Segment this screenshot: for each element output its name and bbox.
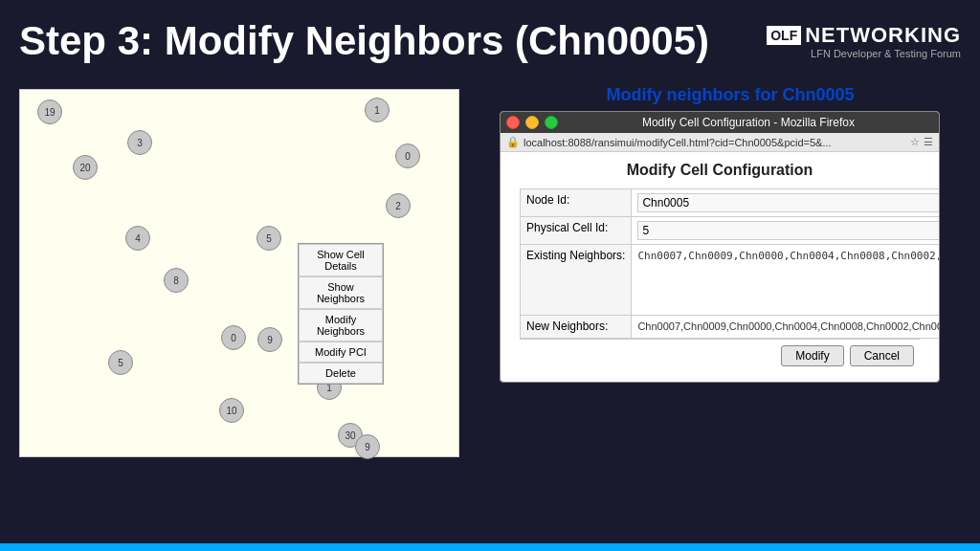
browser-minimize-button[interactable] xyxy=(525,116,539,129)
section-title: Modify neighbors for Chn0005 xyxy=(500,85,961,105)
new-neighbors-before: Chn0007,Chn0009,Chn0000,Chn0004,Chn0008,… xyxy=(637,320,940,332)
modify-button[interactable]: Modify xyxy=(781,345,843,366)
new-neighbors-text[interactable]: Chn0007,Chn0009,Chn0000,Chn0004,Chn0008,… xyxy=(637,320,940,334)
browser-close-button[interactable] xyxy=(506,116,520,129)
new-neighbors-row: New Neighbors: Chn0007,Chn0009,Chn0000,C… xyxy=(521,315,941,338)
main-content: 19 1 3 20 0 2 4 5 8 0 9 5 1 10 30 9 Show… xyxy=(0,81,980,543)
cancel-button[interactable]: Cancel xyxy=(850,345,914,366)
bookmark-icon[interactable]: ☆ xyxy=(910,136,920,148)
browser-title: Modify Cell Configuration - Mozilla Fire… xyxy=(564,116,933,129)
bottom-bar xyxy=(0,543,980,551)
node-9b[interactable]: 9 xyxy=(355,434,380,459)
physical-cell-id-cell: ▲▼ xyxy=(632,217,940,245)
form-buttons: Modify Cancel xyxy=(520,339,920,372)
node-0[interactable]: 0 xyxy=(395,143,420,168)
header: Step 3: Modify Neighbors (Chn0005) OLF N… xyxy=(0,0,980,81)
new-neighbors-label: New Neighbors: xyxy=(521,315,632,338)
context-menu: Show Cell Details Show Neighbors Modify … xyxy=(298,243,384,385)
browser-chrome: Modify Cell Configuration - Mozilla Fire… xyxy=(501,112,939,133)
node-20[interactable]: 20 xyxy=(73,155,98,180)
logo-subtitle: LFN Developer & Testing Forum xyxy=(767,48,961,59)
browser-window: Modify Cell Configuration - Mozilla Fire… xyxy=(500,111,940,383)
node-4[interactable]: 4 xyxy=(125,226,150,251)
page-title: Step 3: Modify Neighbors (Chn0005) xyxy=(19,18,709,64)
logo-networking: NETWORKING xyxy=(805,23,961,48)
menu-icon[interactable]: ☰ xyxy=(924,136,933,148)
browser-url[interactable]: localhost:8088/ransimui/modifyCell.html?… xyxy=(523,137,906,148)
left-panel: 19 1 3 20 0 2 4 5 8 0 9 5 1 10 30 9 Show… xyxy=(19,81,480,543)
form-container: Modify Cell Configuration Node Id: Physi… xyxy=(501,152,939,382)
browser-maximize-button[interactable] xyxy=(545,116,558,129)
node-10[interactable]: 10 xyxy=(219,398,244,423)
right-panel: Modify neighbors for Chn0005 Modify Cell… xyxy=(500,81,961,543)
node-5[interactable]: 5 xyxy=(256,226,281,251)
node-1[interactable]: 1 xyxy=(365,98,390,122)
node-id-input[interactable] xyxy=(637,193,940,212)
browser-icons: ☆ ☰ xyxy=(910,136,933,148)
logo-area: OLF NETWORKING LFN Developer & Testing F… xyxy=(767,23,961,59)
existing-neighbors-row: Existing Neighbors: xyxy=(521,245,941,316)
network-canvas: 19 1 3 20 0 2 4 5 8 0 9 5 1 10 30 9 Show… xyxy=(19,89,459,457)
context-menu-modify-neighbors[interactable]: Modify Neighbors xyxy=(299,309,383,342)
context-menu-modify-pci[interactable]: Modify PCI xyxy=(299,342,383,363)
existing-neighbors-textarea[interactable] xyxy=(637,249,940,308)
context-menu-show-neighbors[interactable]: Show Neighbors xyxy=(299,276,383,309)
logo-lfn: OLF NETWORKING xyxy=(767,23,961,48)
context-menu-show-cell-details[interactable]: Show Cell Details xyxy=(299,244,383,276)
node-19[interactable]: 19 xyxy=(37,99,62,124)
node-id-row: Node Id: xyxy=(521,189,941,217)
node-id-label: Node Id: xyxy=(521,189,632,217)
node-id-cell xyxy=(632,189,940,217)
context-menu-delete[interactable]: Delete xyxy=(299,363,383,384)
form-table: Node Id: Physical Cell Id: ▲▼ xyxy=(520,188,940,339)
physical-cell-id-input[interactable] xyxy=(637,221,940,240)
node-2[interactable]: 2 xyxy=(386,193,411,218)
physical-cell-id-row: Physical Cell Id: ▲▼ xyxy=(521,217,941,245)
existing-neighbors-label: Existing Neighbors: xyxy=(521,245,632,316)
node-9[interactable]: 9 xyxy=(257,327,282,352)
physical-cell-id-label: Physical Cell Id: xyxy=(521,217,632,245)
new-neighbors-cell: Chn0007,Chn0009,Chn0000,Chn0004,Chn0008,… xyxy=(632,315,940,338)
existing-neighbors-cell xyxy=(632,245,940,316)
node-5b[interactable]: 5 xyxy=(108,350,133,375)
node-3[interactable]: 3 xyxy=(127,130,152,155)
node-8[interactable]: 8 xyxy=(164,268,189,293)
form-title: Modify Cell Configuration xyxy=(520,162,920,179)
browser-address-bar: 🔒 localhost:8088/ransimui/modifyCell.htm… xyxy=(501,133,939,152)
lock-icon: 🔒 xyxy=(506,136,520,148)
logo-box: OLF xyxy=(767,26,801,45)
node-0b[interactable]: 0 xyxy=(221,325,246,350)
